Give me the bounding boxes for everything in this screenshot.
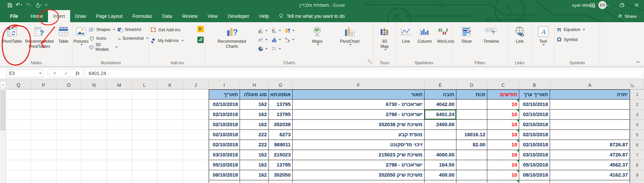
empty-cell[interactable] (157, 140, 183, 150)
empty-cell[interactable] (31, 89, 56, 100)
empty-cell[interactable] (31, 130, 56, 140)
insert-hierarchy-chart-button[interactable] (285, 26, 298, 35)
sheet-cell[interactable] (425, 130, 456, 140)
formula-input[interactable]: 6401.24 (85, 69, 643, 77)
sheet-cell[interactable]: ישראכרט - 2798 (293, 110, 425, 120)
empty-cell[interactable] (132, 150, 157, 160)
get-addins-button[interactable]: Get Add-ins (151, 26, 180, 34)
empty-cell[interactable] (56, 110, 82, 120)
empty-cell[interactable] (31, 150, 56, 160)
sheet-cell[interactable] (550, 110, 630, 120)
recommended-pivottables-button[interactable]: ? Recommended PivotTables (24, 23, 55, 49)
column-header[interactable]: O (56, 81, 82, 89)
sheet-cell[interactable]: 6273 (269, 130, 293, 140)
table-header-cell[interactable]: סוג פעולה (240, 89, 269, 100)
sheet-cell[interactable] (456, 100, 487, 110)
sheet-cell[interactable]: 10 (487, 140, 519, 150)
sheet-cell[interactable]: 4042.00 (425, 100, 456, 110)
sheet-cell[interactable]: מופ'ת קבע (293, 130, 425, 140)
empty-cell[interactable] (31, 180, 56, 183)
sheet-cell[interactable]: 10 (487, 110, 519, 120)
icons-button[interactable]: Icons (89, 35, 117, 42)
tab-view[interactable]: View (203, 10, 223, 22)
tab-file[interactable]: File (3, 10, 26, 22)
sheet-cell[interactable]: 02/10/2018 (519, 110, 550, 120)
bing-addin-icon[interactable] (197, 26, 204, 34)
slicer-button[interactable]: Slicer (458, 23, 476, 44)
table-header-cell[interactable]: חודשים (487, 89, 519, 100)
empty-cell[interactable] (132, 120, 157, 130)
tab-formulas[interactable]: Formulas (128, 10, 157, 22)
empty-cell[interactable] (56, 130, 82, 140)
tell-me-box[interactable]: Tell me what you want to do (279, 10, 345, 22)
line-sparkline-button[interactable]: Line (398, 23, 414, 44)
empty-cell[interactable] (157, 180, 183, 183)
people-graph-addin-icon[interactable] (197, 37, 204, 44)
equation-button[interactable]: π Equation (556, 26, 598, 33)
sheet-cell[interactable]: 02/10/2018 (519, 140, 550, 150)
empty-cell[interactable] (82, 170, 107, 180)
empty-cell[interactable] (132, 180, 157, 183)
sheet-cell[interactable] (456, 110, 487, 120)
row-header[interactable]: 2 (630, 100, 644, 110)
smartart-button[interactable]: SmartArt (117, 26, 148, 33)
insert-scatter-chart-button[interactable] (271, 44, 285, 53)
sheet-cell[interactable]: 02/10/2018 (519, 130, 550, 140)
restore-button[interactable] (614, 0, 629, 10)
sheet-cell[interactable]: 222 (240, 130, 269, 140)
name-box-dropdown-icon[interactable] (39, 73, 41, 74)
sheet-cell[interactable] (425, 140, 456, 150)
empty-cell[interactable] (82, 120, 107, 130)
column-header[interactable]: C (487, 81, 519, 89)
empty-cell[interactable] (183, 120, 209, 130)
empty-cell[interactable] (6, 160, 31, 170)
name-box[interactable]: E3 (6, 69, 43, 77)
pivottable-button[interactable]: PivotTable (1, 23, 23, 44)
sheet-cell[interactable] (550, 100, 630, 110)
empty-cell[interactable] (56, 150, 82, 160)
sheet-cell[interactable]: 10/10/2018 (519, 180, 550, 183)
sheet-cell[interactable]: 989011 (269, 140, 293, 150)
shapes-button[interactable]: Shapes (89, 26, 117, 33)
empty-cell[interactable] (107, 140, 132, 150)
sheet-cell[interactable]: 162 (240, 100, 269, 110)
table-header-cell[interactable]: תאריך ערך (519, 89, 550, 100)
empty-cell[interactable] (56, 120, 82, 130)
recommended-charts-button[interactable]: ? Recommended Charts (216, 23, 248, 49)
sheet-cell[interactable]: ישראכרט - 2798 (293, 160, 425, 170)
table-header-cell[interactable]: תאור (293, 89, 425, 100)
empty-cell[interactable] (31, 140, 56, 150)
sheet-cell[interactable]: 162 (240, 150, 269, 160)
sheet-cell[interactable]: 10 (487, 160, 519, 170)
empty-cell[interactable] (6, 140, 31, 150)
sheet-cell[interactable]: 162 (240, 160, 269, 170)
sheet-cell[interactable]: 10 (487, 130, 519, 140)
empty-cell[interactable] (183, 160, 209, 170)
text-button[interactable]: A Text (535, 23, 552, 45)
column-header[interactable]: P (31, 81, 56, 89)
row-header[interactable]: 9 (630, 170, 644, 180)
empty-cell[interactable] (107, 120, 132, 130)
sheet-cell[interactable]: ישראכרט - 6730 (293, 100, 425, 110)
empty-cell[interactable] (56, 160, 82, 170)
sheet-cell[interactable]: 2400.00 (425, 120, 456, 130)
column-header[interactable]: G (269, 81, 293, 89)
empty-cell[interactable] (56, 170, 82, 180)
empty-cell[interactable] (107, 180, 132, 183)
ribbon-display-options-button[interactable] (585, 0, 600, 10)
insert-column-chart-button[interactable] (258, 26, 271, 35)
sheet-cell[interactable]: 4726.87 (550, 150, 630, 160)
sheet-cell[interactable]: 08/10/2018 (209, 170, 240, 180)
empty-cell[interactable] (6, 180, 31, 183)
column-header[interactable]: I (209, 81, 240, 89)
empty-cell[interactable] (6, 150, 31, 160)
table-header-cell[interactable]: זכות (456, 89, 487, 100)
sheet-cell[interactable]: 400.00 (425, 170, 456, 180)
collapse-ribbon-button[interactable] (636, 59, 640, 65)
sheet-cell[interactable]: 352038 (269, 120, 293, 130)
sheet-cell[interactable]: 10 (487, 120, 519, 130)
active-cell[interactable]: 6401.24 (425, 110, 456, 120)
insert-bar-chart-button[interactable] (271, 26, 285, 35)
tab-home[interactable]: Home (26, 10, 48, 22)
enter-button[interactable]: ✓ (64, 70, 68, 76)
